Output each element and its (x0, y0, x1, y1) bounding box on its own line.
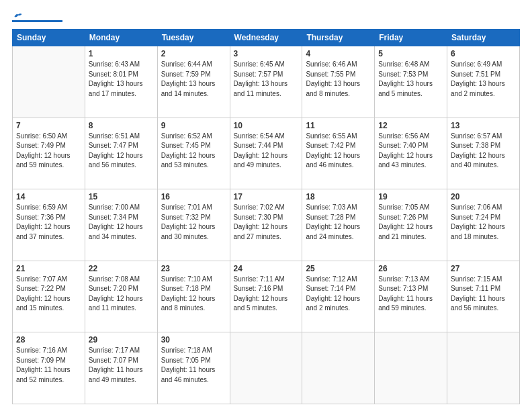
calendar-cell: 27Sunrise: 7:15 AM Sunset: 7:11 PM Dayli… (447, 261, 520, 332)
day-number: 25 (306, 264, 371, 273)
day-number: 21 (16, 264, 81, 273)
day-info: Sunrise: 7:01 AM Sunset: 7:32 PM Dayligh… (161, 203, 226, 242)
week-row-0: 1Sunrise: 6:43 AM Sunset: 8:01 PM Daylig… (13, 46, 520, 118)
header (12, 12, 520, 22)
day-info: Sunrise: 6:55 AM Sunset: 7:42 PM Dayligh… (306, 132, 371, 171)
day-number: 24 (234, 264, 299, 273)
weekday-header-tuesday: Tuesday (157, 30, 230, 46)
day-info: Sunrise: 6:45 AM Sunset: 7:57 PM Dayligh… (234, 60, 299, 99)
weekday-header-sunday: Sunday (13, 30, 85, 46)
calendar-cell: 1Sunrise: 6:43 AM Sunset: 8:01 PM Daylig… (85, 46, 157, 118)
calendar-cell: 24Sunrise: 7:11 AM Sunset: 7:16 PM Dayli… (230, 261, 302, 332)
week-row-4: 28Sunrise: 7:16 AM Sunset: 7:09 PM Dayli… (13, 332, 520, 404)
calendar-cell (447, 332, 520, 404)
weekday-header-friday: Friday (375, 30, 447, 46)
day-number: 17 (234, 192, 299, 201)
calendar-cell: 22Sunrise: 7:08 AM Sunset: 7:20 PM Dayli… (85, 261, 157, 332)
calendar-cell: 29Sunrise: 7:17 AM Sunset: 7:07 PM Dayli… (85, 332, 157, 404)
day-info: Sunrise: 7:12 AM Sunset: 7:14 PM Dayligh… (306, 275, 371, 314)
calendar-cell: 10Sunrise: 6:54 AM Sunset: 7:44 PM Dayli… (230, 118, 302, 189)
calendar-cell: 30Sunrise: 7:18 AM Sunset: 7:05 PM Dayli… (157, 332, 230, 404)
day-number: 16 (161, 192, 226, 201)
calendar-cell (230, 332, 302, 404)
weekday-header-saturday: Saturday (447, 30, 520, 46)
calendar-cell: 28Sunrise: 7:16 AM Sunset: 7:09 PM Dayli… (13, 332, 85, 404)
day-info: Sunrise: 6:51 AM Sunset: 7:47 PM Dayligh… (89, 132, 154, 171)
day-info: Sunrise: 7:08 AM Sunset: 7:20 PM Dayligh… (89, 275, 154, 314)
day-info: Sunrise: 7:15 AM Sunset: 7:11 PM Dayligh… (451, 275, 516, 314)
day-number: 10 (234, 121, 299, 130)
calendar-cell: 26Sunrise: 7:13 AM Sunset: 7:13 PM Dayli… (375, 261, 447, 332)
calendar-header: SundayMondayTuesdayWednesdayThursdayFrid… (13, 30, 520, 46)
day-number: 4 (306, 49, 371, 58)
weekday-header-monday: Monday (85, 30, 157, 46)
calendar-cell: 14Sunrise: 6:59 AM Sunset: 7:36 PM Dayli… (13, 189, 85, 261)
day-info: Sunrise: 6:46 AM Sunset: 7:55 PM Dayligh… (306, 60, 371, 99)
day-number: 30 (161, 335, 226, 345)
week-row-3: 21Sunrise: 7:07 AM Sunset: 7:22 PM Dayli… (13, 261, 520, 332)
day-number: 15 (89, 192, 154, 201)
calendar-cell: 18Sunrise: 7:03 AM Sunset: 7:28 PM Dayli… (302, 189, 375, 261)
day-number: 8 (89, 121, 154, 130)
calendar-cell: 8Sunrise: 6:51 AM Sunset: 7:47 PM Daylig… (85, 118, 157, 189)
day-number: 28 (16, 335, 81, 345)
day-number: 7 (16, 121, 81, 130)
day-info: Sunrise: 6:59 AM Sunset: 7:36 PM Dayligh… (16, 203, 81, 242)
calendar-cell: 16Sunrise: 7:01 AM Sunset: 7:32 PM Dayli… (157, 189, 230, 261)
day-info: Sunrise: 7:13 AM Sunset: 7:13 PM Dayligh… (378, 275, 443, 314)
day-number: 27 (451, 264, 516, 273)
calendar-cell: 6Sunrise: 6:49 AM Sunset: 7:51 PM Daylig… (447, 46, 520, 118)
calendar-cell: 20Sunrise: 7:06 AM Sunset: 7:24 PM Dayli… (447, 189, 520, 261)
day-info: Sunrise: 6:57 AM Sunset: 7:38 PM Dayligh… (451, 132, 516, 171)
weekday-header-wednesday: Wednesday (230, 30, 302, 46)
day-info: Sunrise: 7:03 AM Sunset: 7:28 PM Dayligh… (306, 203, 371, 242)
day-info: Sunrise: 7:18 AM Sunset: 7:05 PM Dayligh… (161, 346, 226, 385)
calendar-cell (375, 332, 447, 404)
day-number: 19 (378, 192, 443, 201)
calendar-cell: 21Sunrise: 7:07 AM Sunset: 7:22 PM Dayli… (13, 261, 85, 332)
calendar-cell: 23Sunrise: 7:10 AM Sunset: 7:18 PM Dayli… (157, 261, 230, 332)
day-number: 3 (234, 49, 299, 58)
day-info: Sunrise: 6:44 AM Sunset: 7:59 PM Dayligh… (161, 60, 226, 99)
calendar-cell (13, 46, 85, 118)
day-number: 22 (89, 264, 154, 273)
calendar-cell: 7Sunrise: 6:50 AM Sunset: 7:49 PM Daylig… (13, 118, 85, 189)
day-info: Sunrise: 7:00 AM Sunset: 7:34 PM Dayligh… (89, 203, 154, 242)
day-number: 1 (89, 49, 154, 58)
calendar-cell: 25Sunrise: 7:12 AM Sunset: 7:14 PM Dayli… (302, 261, 375, 332)
day-info: Sunrise: 6:52 AM Sunset: 7:45 PM Dayligh… (161, 132, 226, 171)
day-number: 14 (16, 192, 81, 201)
calendar-cell: 2Sunrise: 6:44 AM Sunset: 7:59 PM Daylig… (157, 46, 230, 118)
day-info: Sunrise: 6:56 AM Sunset: 7:40 PM Dayligh… (378, 132, 443, 171)
day-info: Sunrise: 7:17 AM Sunset: 7:07 PM Dayligh… (89, 346, 154, 385)
logo (12, 12, 62, 22)
week-row-2: 14Sunrise: 6:59 AM Sunset: 7:36 PM Dayli… (13, 189, 520, 261)
day-number: 11 (306, 121, 371, 130)
day-number: 9 (161, 121, 226, 130)
day-info: Sunrise: 6:49 AM Sunset: 7:51 PM Dayligh… (451, 60, 516, 99)
day-number: 29 (89, 335, 154, 345)
day-number: 20 (451, 192, 516, 201)
calendar-cell: 12Sunrise: 6:56 AM Sunset: 7:40 PM Dayli… (375, 118, 447, 189)
logo-bird-icon (13, 12, 23, 19)
day-info: Sunrise: 6:50 AM Sunset: 7:49 PM Dayligh… (16, 132, 81, 171)
day-info: Sunrise: 6:48 AM Sunset: 7:53 PM Dayligh… (378, 60, 443, 99)
day-info: Sunrise: 7:02 AM Sunset: 7:30 PM Dayligh… (234, 203, 299, 242)
logo-line (12, 12, 23, 19)
day-number: 5 (378, 49, 443, 58)
calendar-body: 1Sunrise: 6:43 AM Sunset: 8:01 PM Daylig… (13, 46, 520, 404)
day-info: Sunrise: 7:05 AM Sunset: 7:26 PM Dayligh… (378, 203, 443, 242)
calendar-cell: 11Sunrise: 6:55 AM Sunset: 7:42 PM Dayli… (302, 118, 375, 189)
weekday-header-row: SundayMondayTuesdayWednesdayThursdayFrid… (13, 30, 520, 46)
calendar-cell: 5Sunrise: 6:48 AM Sunset: 7:53 PM Daylig… (375, 46, 447, 118)
calendar-cell (302, 332, 375, 404)
calendar-cell: 9Sunrise: 6:52 AM Sunset: 7:45 PM Daylig… (157, 118, 230, 189)
day-number: 6 (451, 49, 516, 58)
calendar-cell: 3Sunrise: 6:45 AM Sunset: 7:57 PM Daylig… (230, 46, 302, 118)
logo-underline (12, 20, 62, 22)
calendar-cell: 19Sunrise: 7:05 AM Sunset: 7:26 PM Dayli… (375, 189, 447, 261)
day-info: Sunrise: 7:06 AM Sunset: 7:24 PM Dayligh… (451, 203, 516, 242)
day-number: 18 (306, 192, 371, 201)
weekday-header-thursday: Thursday (302, 30, 375, 46)
calendar-cell: 13Sunrise: 6:57 AM Sunset: 7:38 PM Dayli… (447, 118, 520, 189)
